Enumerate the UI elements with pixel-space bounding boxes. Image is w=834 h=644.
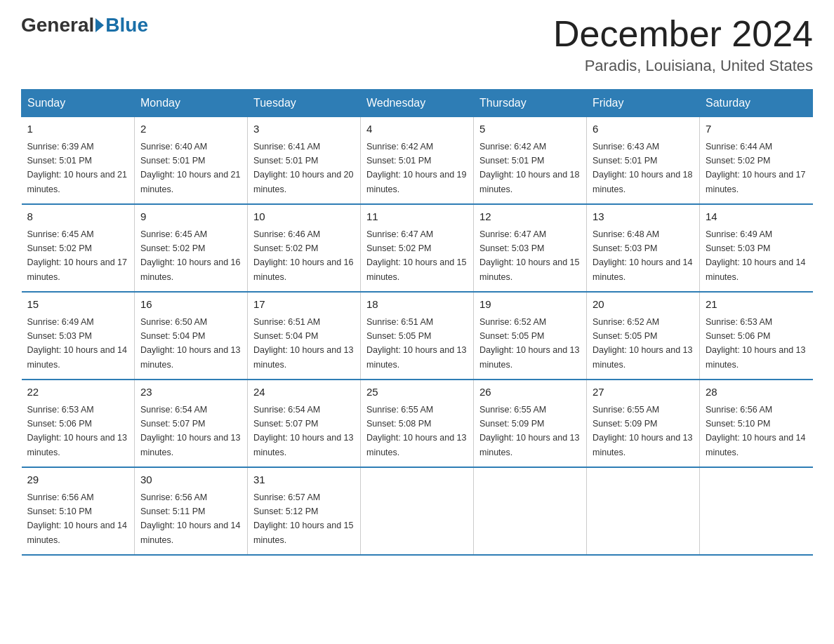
- calendar-cell: [587, 467, 700, 555]
- calendar-header-saturday: Saturday: [700, 90, 813, 117]
- calendar-cell: 22 Sunrise: 6:53 AMSunset: 5:06 PMDaylig…: [22, 380, 135, 467]
- day-number: 4: [366, 121, 468, 137]
- day-number: 2: [140, 121, 241, 137]
- calendar-week-3: 15 Sunrise: 6:49 AMSunset: 5:03 PMDaylig…: [22, 292, 813, 380]
- day-info: Sunrise: 6:41 AMSunset: 5:01 PMDaylight:…: [253, 142, 353, 194]
- day-number: 31: [253, 472, 355, 488]
- day-number: 6: [593, 121, 694, 137]
- day-number: 27: [593, 384, 694, 401]
- day-number: 7: [706, 121, 807, 137]
- day-number: 28: [706, 384, 807, 401]
- day-info: Sunrise: 6:47 AMSunset: 5:03 PMDaylight:…: [479, 229, 579, 282]
- calendar-header-thursday: Thursday: [474, 90, 587, 117]
- day-info: Sunrise: 6:49 AMSunset: 5:03 PMDaylight:…: [27, 317, 127, 370]
- calendar-cell: 13 Sunrise: 6:48 AMSunset: 5:03 PMDaylig…: [587, 204, 700, 292]
- calendar-cell: 19 Sunrise: 6:52 AMSunset: 5:05 PMDaylig…: [474, 292, 587, 380]
- day-info: Sunrise: 6:51 AMSunset: 5:04 PMDaylight:…: [253, 317, 353, 370]
- day-number: 3: [253, 121, 355, 137]
- calendar-cell: 28 Sunrise: 6:56 AMSunset: 5:10 PMDaylig…: [700, 380, 813, 467]
- day-info: Sunrise: 6:53 AMSunset: 5:06 PMDaylight:…: [27, 405, 127, 457]
- day-info: Sunrise: 6:50 AMSunset: 5:04 PMDaylight:…: [140, 317, 240, 370]
- day-info: Sunrise: 6:40 AMSunset: 5:01 PMDaylight:…: [140, 142, 240, 194]
- calendar-cell: 24 Sunrise: 6:54 AMSunset: 5:07 PMDaylig…: [248, 380, 361, 467]
- day-info: Sunrise: 6:54 AMSunset: 5:07 PMDaylight:…: [253, 405, 353, 457]
- calendar-cell: 8 Sunrise: 6:45 AMSunset: 5:02 PMDayligh…: [22, 204, 135, 292]
- calendar-cell: 10 Sunrise: 6:46 AMSunset: 5:02 PMDaylig…: [248, 204, 361, 292]
- day-info: Sunrise: 6:56 AMSunset: 5:10 PMDaylight:…: [706, 405, 805, 457]
- day-number: 11: [366, 209, 468, 225]
- day-info: Sunrise: 6:57 AMSunset: 5:12 PMDaylight:…: [253, 492, 353, 545]
- calendar-cell: 17 Sunrise: 6:51 AMSunset: 5:04 PMDaylig…: [248, 292, 361, 380]
- day-info: Sunrise: 6:42 AMSunset: 5:01 PMDaylight:…: [366, 142, 466, 194]
- day-info: Sunrise: 6:39 AMSunset: 5:01 PMDaylight:…: [27, 142, 127, 194]
- day-info: Sunrise: 6:54 AMSunset: 5:07 PMDaylight:…: [140, 405, 240, 457]
- day-number: 23: [140, 384, 241, 401]
- title-block: December 2024 Paradis, Louisiana, United…: [553, 14, 813, 75]
- logo-blue-text: Blue: [105, 14, 148, 36]
- calendar-cell: 30 Sunrise: 6:56 AMSunset: 5:11 PMDaylig…: [135, 467, 248, 555]
- calendar-header-tuesday: Tuesday: [248, 90, 361, 117]
- day-info: Sunrise: 6:52 AMSunset: 5:05 PMDaylight:…: [593, 317, 692, 370]
- calendar-cell: 9 Sunrise: 6:45 AMSunset: 5:02 PMDayligh…: [135, 204, 248, 292]
- day-number: 19: [479, 297, 581, 313]
- calendar-cell: 11 Sunrise: 6:47 AMSunset: 5:02 PMDaylig…: [361, 204, 474, 292]
- calendar-header-wednesday: Wednesday: [361, 90, 474, 117]
- calendar-header-sunday: Sunday: [22, 90, 135, 117]
- calendar-week-2: 8 Sunrise: 6:45 AMSunset: 5:02 PMDayligh…: [22, 204, 813, 292]
- day-number: 24: [253, 384, 355, 401]
- day-info: Sunrise: 6:45 AMSunset: 5:02 PMDaylight:…: [140, 229, 240, 282]
- calendar-week-1: 1 Sunrise: 6:39 AMSunset: 5:01 PMDayligh…: [22, 117, 813, 205]
- day-info: Sunrise: 6:56 AMSunset: 5:10 PMDaylight:…: [27, 492, 127, 545]
- calendar-cell: [474, 467, 587, 555]
- calendar-cell: 25 Sunrise: 6:55 AMSunset: 5:08 PMDaylig…: [361, 380, 474, 467]
- logo-general-text: General: [21, 14, 94, 36]
- logo: General Blue: [21, 14, 148, 36]
- day-info: Sunrise: 6:55 AMSunset: 5:08 PMDaylight:…: [366, 405, 466, 457]
- calendar-title: December 2024: [553, 14, 813, 54]
- calendar-cell: 27 Sunrise: 6:55 AMSunset: 5:09 PMDaylig…: [587, 380, 700, 467]
- day-number: 15: [27, 297, 129, 313]
- day-info: Sunrise: 6:56 AMSunset: 5:11 PMDaylight:…: [140, 492, 240, 545]
- day-number: 25: [366, 384, 468, 401]
- day-info: Sunrise: 6:55 AMSunset: 5:09 PMDaylight:…: [479, 405, 579, 457]
- page-header: General Blue December 2024 Paradis, Loui…: [21, 14, 813, 75]
- logo-arrow-icon: [95, 18, 104, 32]
- day-info: Sunrise: 6:55 AMSunset: 5:09 PMDaylight:…: [593, 405, 692, 457]
- day-number: 17: [253, 297, 355, 313]
- calendar-cell: 6 Sunrise: 6:43 AMSunset: 5:01 PMDayligh…: [587, 117, 700, 205]
- day-info: Sunrise: 6:51 AMSunset: 5:05 PMDaylight:…: [366, 317, 466, 370]
- day-info: Sunrise: 6:42 AMSunset: 5:01 PMDaylight:…: [479, 142, 579, 194]
- calendar-cell: 26 Sunrise: 6:55 AMSunset: 5:09 PMDaylig…: [474, 380, 587, 467]
- day-info: Sunrise: 6:47 AMSunset: 5:02 PMDaylight:…: [366, 229, 466, 282]
- calendar-header-row: SundayMondayTuesdayWednesdayThursdayFrid…: [22, 90, 813, 117]
- calendar-cell: 18 Sunrise: 6:51 AMSunset: 5:05 PMDaylig…: [361, 292, 474, 380]
- day-info: Sunrise: 6:46 AMSunset: 5:02 PMDaylight:…: [253, 229, 353, 282]
- day-number: 1: [27, 121, 129, 137]
- calendar-cell: 21 Sunrise: 6:53 AMSunset: 5:06 PMDaylig…: [700, 292, 813, 380]
- day-number: 8: [27, 209, 129, 225]
- calendar-header-friday: Friday: [587, 90, 700, 117]
- day-number: 29: [27, 472, 129, 488]
- calendar-cell: 20 Sunrise: 6:52 AMSunset: 5:05 PMDaylig…: [587, 292, 700, 380]
- calendar-cell: 29 Sunrise: 6:56 AMSunset: 5:10 PMDaylig…: [22, 467, 135, 555]
- day-info: Sunrise: 6:48 AMSunset: 5:03 PMDaylight:…: [593, 229, 692, 282]
- calendar-week-4: 22 Sunrise: 6:53 AMSunset: 5:06 PMDaylig…: [22, 380, 813, 467]
- day-info: Sunrise: 6:53 AMSunset: 5:06 PMDaylight:…: [706, 317, 805, 370]
- day-number: 30: [140, 472, 241, 488]
- calendar-cell: [700, 467, 813, 555]
- calendar-cell: 14 Sunrise: 6:49 AMSunset: 5:03 PMDaylig…: [700, 204, 813, 292]
- day-number: 12: [479, 209, 581, 225]
- calendar-cell: 23 Sunrise: 6:54 AMSunset: 5:07 PMDaylig…: [135, 380, 248, 467]
- day-number: 13: [593, 209, 694, 225]
- calendar-cell: 3 Sunrise: 6:41 AMSunset: 5:01 PMDayligh…: [248, 117, 361, 205]
- calendar-cell: 4 Sunrise: 6:42 AMSunset: 5:01 PMDayligh…: [361, 117, 474, 205]
- calendar-table: SundayMondayTuesdayWednesdayThursdayFrid…: [21, 89, 813, 556]
- day-number: 21: [706, 297, 807, 313]
- calendar-week-5: 29 Sunrise: 6:56 AMSunset: 5:10 PMDaylig…: [22, 467, 813, 555]
- calendar-cell: 5 Sunrise: 6:42 AMSunset: 5:01 PMDayligh…: [474, 117, 587, 205]
- calendar-cell: 16 Sunrise: 6:50 AMSunset: 5:04 PMDaylig…: [135, 292, 248, 380]
- day-number: 10: [253, 209, 355, 225]
- day-number: 14: [706, 209, 807, 225]
- calendar-cell: 12 Sunrise: 6:47 AMSunset: 5:03 PMDaylig…: [474, 204, 587, 292]
- calendar-cell: 1 Sunrise: 6:39 AMSunset: 5:01 PMDayligh…: [22, 117, 135, 205]
